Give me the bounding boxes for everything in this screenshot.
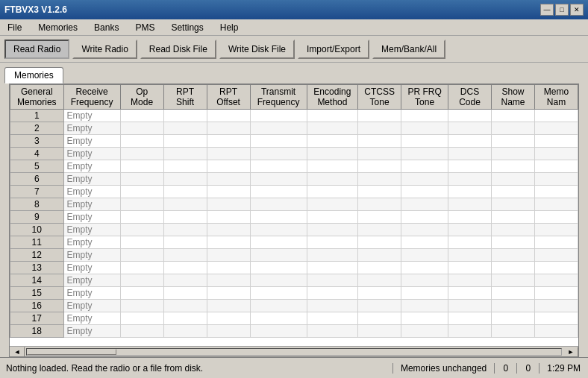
title-text: FTBVX3 V1.2.6 — [4, 4, 67, 15]
row-cell — [534, 122, 578, 135]
menu-pms[interactable]: PMS — [131, 21, 159, 34]
row-cell — [250, 160, 307, 173]
row-cell — [448, 122, 492, 135]
tab-area: Memories — [0, 63, 588, 84]
table-row[interactable]: 9Empty — [10, 211, 578, 224]
row-cell — [534, 211, 578, 224]
row-number: 12 — [10, 249, 64, 262]
row-number: 1 — [10, 110, 64, 122]
row-cell — [163, 198, 207, 211]
table-row[interactable]: 17Empty — [10, 312, 578, 325]
row-cell — [358, 122, 401, 135]
row-cell — [163, 173, 207, 186]
row-cell — [207, 148, 250, 160]
row-cell — [120, 198, 163, 211]
row-cell — [207, 312, 250, 325]
table-row[interactable]: 15Empty — [10, 287, 578, 300]
row-cell — [492, 198, 535, 211]
table-row[interactable]: 11Empty — [10, 236, 578, 249]
row-number: 3 — [10, 135, 64, 148]
row-cell — [358, 148, 401, 160]
row-cell — [207, 325, 250, 338]
row-number: 10 — [10, 224, 64, 236]
table-row[interactable]: 14Empty — [10, 274, 578, 287]
row-cell — [207, 224, 250, 236]
scrollbar-thumb[interactable] — [27, 349, 116, 355]
table-row[interactable]: 13Empty — [10, 262, 578, 274]
row-cell — [163, 160, 207, 173]
read-radio-button[interactable]: Read Radio — [4, 40, 69, 59]
col-op-mode: OpMode — [120, 85, 163, 110]
table-wrapper[interactable]: GeneralMemories ReceiveFrequency OpMode … — [10, 84, 578, 346]
row-cell — [163, 249, 207, 262]
row-cell — [250, 122, 307, 135]
table-row[interactable]: 18Empty — [10, 325, 578, 338]
scroll-right-button[interactable]: ► — [563, 347, 578, 357]
scroll-left-button[interactable]: ◄ — [10, 347, 25, 357]
tab-memories[interactable]: Memories — [4, 67, 63, 84]
minimize-button[interactable]: — — [540, 4, 554, 16]
menu-settings[interactable]: Settings — [166, 21, 207, 34]
col-transmit-frequency: TransmitFrequency — [250, 85, 307, 110]
table-row[interactable]: 16Empty — [10, 300, 578, 312]
row-cell — [307, 249, 357, 262]
table-row[interactable]: 8Empty — [10, 198, 578, 211]
row-cell — [534, 262, 578, 274]
row-cell — [307, 148, 357, 160]
row-cell — [307, 325, 357, 338]
row-cell — [401, 312, 448, 325]
row-cell — [448, 173, 492, 186]
row-cell — [120, 262, 163, 274]
table-row[interactable]: 1Empty — [10, 110, 578, 122]
row-cell — [250, 135, 307, 148]
status-count1: 0 — [495, 363, 517, 374]
row-number: 6 — [10, 173, 64, 186]
row-cell — [120, 173, 163, 186]
row-frequency: Empty — [63, 249, 120, 262]
row-cell — [401, 236, 448, 249]
row-cell — [401, 135, 448, 148]
row-cell — [492, 325, 535, 338]
row-cell — [250, 325, 307, 338]
table-row[interactable]: 3Empty — [10, 135, 578, 148]
row-cell — [250, 148, 307, 160]
write-disk-file-button[interactable]: Write Disk File — [219, 40, 295, 59]
row-cell — [358, 198, 401, 211]
menu-file[interactable]: File — [3, 21, 26, 34]
table-row[interactable]: 5Empty — [10, 160, 578, 173]
close-button[interactable]: ✕ — [570, 4, 584, 16]
row-cell — [401, 110, 448, 122]
menu-banks[interactable]: Banks — [90, 21, 123, 34]
row-cell — [163, 262, 207, 274]
table-row[interactable]: 6Empty — [10, 173, 578, 186]
table-row[interactable]: 12Empty — [10, 249, 578, 262]
menu-memories[interactable]: Memories — [34, 21, 82, 34]
table-row[interactable]: 2Empty — [10, 122, 578, 135]
table-container: GeneralMemories ReceiveFrequency OpMode … — [9, 84, 579, 357]
write-radio-button[interactable]: Write Radio — [72, 40, 137, 59]
mem-bank-all-button[interactable]: Mem/Bank/All — [372, 40, 445, 59]
row-cell — [207, 287, 250, 300]
horizontal-scrollbar[interactable]: ◄ ► — [10, 346, 578, 356]
row-cell — [207, 211, 250, 224]
table-row[interactable]: 7Empty — [10, 186, 578, 198]
row-cell — [163, 224, 207, 236]
row-cell — [163, 274, 207, 287]
row-cell — [448, 325, 492, 338]
row-number: 16 — [10, 300, 64, 312]
import-export-button[interactable]: Import/Export — [298, 40, 369, 59]
row-cell — [207, 262, 250, 274]
row-cell — [163, 211, 207, 224]
row-frequency: Empty — [63, 312, 120, 325]
read-disk-file-button[interactable]: Read Disk File — [140, 40, 216, 59]
row-cell — [534, 300, 578, 312]
table-row[interactable]: 4Empty — [10, 148, 578, 160]
table-row[interactable]: 10Empty — [10, 224, 578, 236]
row-number: 9 — [10, 211, 64, 224]
maximize-button[interactable]: □ — [555, 4, 569, 16]
menu-help[interactable]: Help — [216, 21, 243, 34]
row-cell — [448, 148, 492, 160]
row-number: 7 — [10, 186, 64, 198]
scrollbar-track[interactable] — [26, 348, 562, 356]
row-cell — [207, 160, 250, 173]
